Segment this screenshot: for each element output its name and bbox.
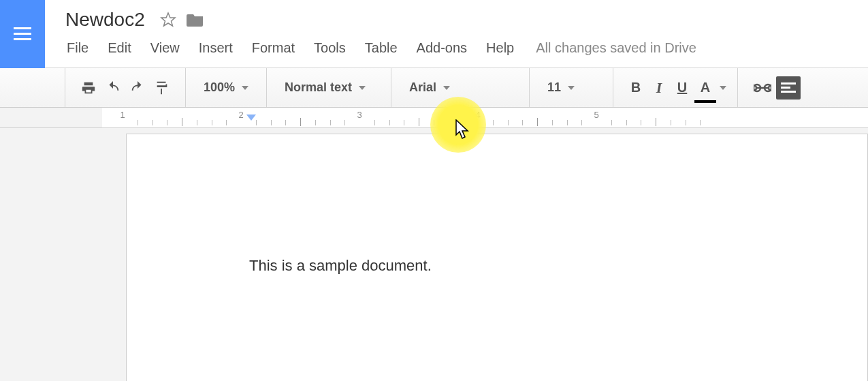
redo-button[interactable] bbox=[125, 76, 150, 100]
ruler-tick bbox=[138, 120, 138, 125]
menu-format[interactable]: Format bbox=[242, 37, 304, 59]
toolbar: 100% Normal text Arial 11 B I U A bbox=[0, 68, 868, 108]
chevron-down-icon bbox=[720, 86, 726, 90]
ruler-tick bbox=[404, 120, 404, 125]
ruler-tick bbox=[300, 118, 301, 126]
ruler-tick bbox=[167, 120, 167, 125]
svg-rect-4 bbox=[781, 87, 790, 89]
star-outline-icon bbox=[160, 12, 176, 28]
menu-file[interactable]: File bbox=[65, 37, 98, 59]
undo-button[interactable] bbox=[101, 76, 125, 100]
ruler-tick bbox=[285, 120, 286, 125]
ruler-tick bbox=[152, 120, 153, 125]
chevron-down-icon bbox=[443, 86, 450, 90]
svg-rect-5 bbox=[781, 91, 796, 93]
menu-table[interactable]: Table bbox=[355, 37, 407, 59]
print-icon bbox=[81, 80, 96, 95]
menu-icon bbox=[14, 27, 31, 41]
chevron-down-icon bbox=[568, 86, 575, 90]
underline-button[interactable]: U bbox=[671, 76, 694, 100]
ruler-tick bbox=[463, 120, 464, 125]
font-size-select[interactable]: 11 bbox=[541, 80, 602, 95]
app-header: Newdoc2 File Edit View Insert Format Too… bbox=[0, 0, 868, 68]
menubar: File Edit View Insert Format Tools Table… bbox=[65, 34, 868, 61]
align-button[interactable] bbox=[776, 76, 801, 100]
ruler-tick bbox=[374, 120, 375, 125]
text-color-letter: A bbox=[701, 80, 710, 95]
font-family-select[interactable]: Arial bbox=[402, 80, 518, 95]
ruler-tick bbox=[508, 120, 509, 125]
chevron-down-icon bbox=[242, 86, 248, 90]
ruler-number: 5 bbox=[594, 110, 598, 120]
ruler-tick bbox=[567, 120, 568, 125]
ruler-tick bbox=[686, 120, 686, 125]
ruler-tick bbox=[493, 120, 494, 125]
ruler-tick bbox=[226, 120, 227, 125]
folder-icon bbox=[186, 12, 205, 28]
document-title[interactable]: Newdoc2 bbox=[65, 9, 145, 31]
docs-home-button[interactable] bbox=[0, 0, 45, 68]
move-to-folder-button[interactable] bbox=[186, 10, 205, 29]
ruler-tick bbox=[449, 120, 449, 125]
ruler-number: 3 bbox=[357, 110, 361, 120]
horizontal-ruler[interactable]: 12345 bbox=[0, 108, 868, 128]
font-size-value: 11 bbox=[547, 80, 561, 95]
save-status: All changes saved in Drive bbox=[536, 40, 696, 56]
color-bar bbox=[694, 100, 716, 103]
ruler-tick bbox=[641, 120, 641, 125]
ruler-tick bbox=[656, 118, 656, 126]
ruler-tick bbox=[522, 120, 523, 125]
print-button[interactable] bbox=[76, 76, 101, 100]
ruler-tick bbox=[256, 120, 257, 125]
document-body-text[interactable]: This is a sample document. bbox=[249, 257, 867, 275]
ruler-tick bbox=[344, 120, 345, 125]
paragraph-style-value: Normal text bbox=[285, 80, 352, 95]
paint-roller-icon bbox=[155, 80, 170, 95]
ruler-tick bbox=[315, 120, 316, 125]
ruler-tick bbox=[434, 120, 434, 125]
menu-help[interactable]: Help bbox=[477, 37, 524, 59]
ruler-number: 1 bbox=[120, 110, 125, 120]
align-left-icon bbox=[781, 82, 796, 93]
ruler-tick bbox=[581, 120, 582, 125]
redo-icon bbox=[130, 80, 145, 95]
insert-link-button[interactable] bbox=[749, 76, 776, 100]
ruler-tick bbox=[419, 118, 419, 126]
ruler-tick bbox=[330, 120, 331, 125]
document-area: This is a sample document. bbox=[0, 128, 868, 381]
bold-button[interactable]: B bbox=[624, 76, 647, 100]
ruler-tick bbox=[212, 120, 212, 125]
page[interactable]: This is a sample document. bbox=[126, 134, 868, 381]
ruler-number: 4 bbox=[475, 110, 480, 120]
ruler-tick bbox=[671, 120, 671, 125]
ruler-tick bbox=[197, 120, 197, 125]
italic-button[interactable]: I bbox=[647, 76, 671, 100]
menu-view[interactable]: View bbox=[141, 37, 189, 59]
undo-icon bbox=[106, 80, 120, 95]
ruler-tick bbox=[611, 120, 612, 125]
menu-edit[interactable]: Edit bbox=[98, 37, 140, 59]
svg-rect-3 bbox=[781, 82, 796, 85]
ruler-tick bbox=[537, 118, 538, 126]
paint-format-button[interactable] bbox=[150, 76, 174, 100]
chevron-down-icon bbox=[359, 86, 366, 90]
font-family-value: Arial bbox=[409, 80, 436, 95]
zoom-select[interactable]: 100% bbox=[197, 80, 255, 95]
menu-insert[interactable]: Insert bbox=[189, 37, 242, 59]
menu-tools[interactable]: Tools bbox=[304, 37, 355, 59]
text-color-button[interactable]: A bbox=[694, 76, 717, 100]
ruler-tick bbox=[626, 120, 627, 125]
indent-marker[interactable] bbox=[246, 115, 256, 121]
ruler-tick bbox=[552, 120, 553, 125]
ruler-tick bbox=[182, 118, 182, 126]
ruler-tick bbox=[700, 120, 701, 125]
link-icon bbox=[754, 82, 771, 93]
star-button[interactable] bbox=[159, 10, 178, 29]
menu-addons[interactable]: Add-ons bbox=[407, 37, 477, 59]
ruler-tick bbox=[389, 120, 390, 125]
zoom-value: 100% bbox=[204, 80, 235, 95]
ruler-tick bbox=[271, 120, 272, 125]
paragraph-style-select[interactable]: Normal text bbox=[278, 80, 380, 95]
ruler-number: 2 bbox=[238, 110, 243, 120]
svg-marker-0 bbox=[161, 13, 175, 26]
